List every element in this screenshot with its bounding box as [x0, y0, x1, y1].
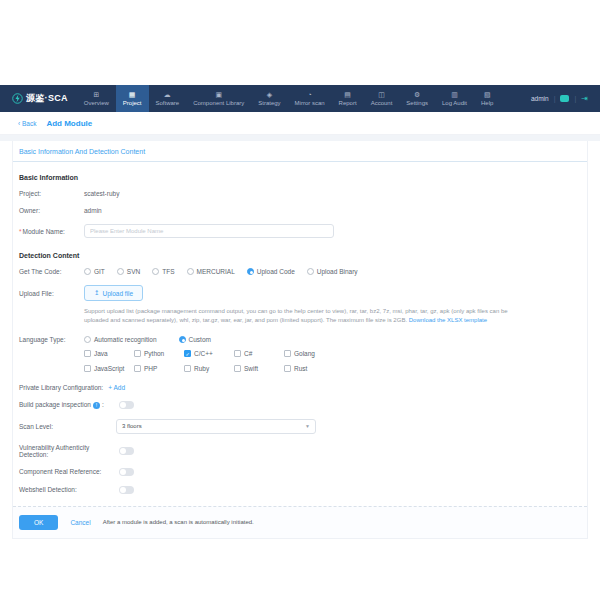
webshell-detection-label: Webshell Detection: [19, 486, 119, 493]
build-package-inspection-toggle[interactable] [119, 401, 134, 409]
module-name-input[interactable] [84, 224, 334, 238]
form-footer: OK Cancel After a module is added, a sca… [13, 506, 587, 538]
checkbox-javascript[interactable]: JavaScript [84, 365, 134, 372]
scan-level-select[interactable]: 3 floors ▼ [116, 419, 316, 434]
logout-icon[interactable]: ⇥ [581, 95, 588, 103]
checkbox-icon [134, 365, 141, 372]
strategy-icon: ◈ [267, 91, 272, 99]
radio-tfs[interactable]: TFS [152, 268, 174, 275]
main-nav: ⊞ Overview ▦ Project ☁ Software ▣ Compon… [77, 85, 501, 112]
language-checkbox-row-1: Java Python ✓C/C++ C# Golang [84, 350, 581, 357]
webshell-detection-toggle[interactable] [119, 486, 134, 494]
nav-item-strategy[interactable]: ◈ Strategy [251, 85, 287, 112]
nav-item-report[interactable]: ▤ Report [332, 85, 364, 112]
cancel-button[interactable]: Cancel [70, 519, 90, 526]
radio-icon [84, 336, 91, 343]
project-icon: ▦ [129, 91, 136, 99]
add-private-library-link[interactable]: + Add [108, 384, 125, 391]
checkbox-icon [284, 365, 291, 372]
radio-custom[interactable]: Custom [179, 336, 211, 343]
checkbox-icon [284, 350, 291, 357]
download-xlsx-template-link[interactable]: Download the XLSX template [409, 317, 487, 323]
checkbox-java[interactable]: Java [84, 350, 134, 357]
checkbox-icon: ✓ [184, 350, 191, 357]
scan-level-row: Scan Level: 3 floors ▼ [19, 419, 581, 434]
settings-icon: ⚙ [414, 91, 420, 99]
webshell-detection-row: Webshell Detection: [19, 486, 581, 494]
topbar-right: admin | | ⇥ [531, 85, 600, 112]
nav-item-account[interactable]: ◫ Account [364, 85, 400, 112]
get-the-code-row: Get The Code: GIT SVN TFS MERCURIAL Uplo… [19, 268, 581, 275]
radio-icon [247, 268, 254, 275]
checkbox-rust[interactable]: Rust [284, 365, 334, 372]
checkbox-golang[interactable]: Golang [284, 350, 334, 357]
checkbox-c-cpp[interactable]: ✓C/C++ [184, 350, 234, 357]
software-icon: ☁ [164, 91, 171, 99]
back-link[interactable]: ‹ Back [18, 120, 36, 127]
basic-information-heading: Basic Information [19, 174, 581, 181]
nav-item-mirror-scan[interactable]: ◔ Mirror scan [288, 85, 332, 112]
radio-icon [187, 268, 194, 275]
nav-item-settings[interactable]: ⚙ Settings [399, 85, 435, 112]
checkbox-icon [134, 350, 141, 357]
radio-upload-binary[interactable]: Upload Binary [307, 268, 358, 275]
checkbox-php[interactable]: PHP [134, 365, 184, 372]
app-logo: 源鉴·SCA [0, 85, 77, 112]
checkbox-ruby[interactable]: Ruby [184, 365, 234, 372]
project-row: Project: scatest-ruby [19, 190, 581, 197]
required-asterisk: * [19, 228, 22, 235]
radio-git[interactable]: GIT [84, 268, 105, 275]
radio-mercurial[interactable]: MERCURIAL [187, 268, 235, 275]
nav-item-project[interactable]: ▦ Project [116, 85, 149, 112]
scan-level-value: 3 floors [122, 423, 142, 429]
project-label: Project: [19, 190, 84, 197]
lightning-logo-icon [12, 93, 23, 104]
nav-item-log-audit[interactable]: ▥ Log Audit [435, 85, 474, 112]
upload-hint-text: Support upload list (package management … [84, 307, 529, 326]
module-name-row: *Module Name: [19, 224, 581, 238]
footer-note: After a module is added, a scan is autom… [103, 519, 254, 525]
checkbox-icon [234, 365, 241, 372]
chevron-down-icon: ▼ [305, 423, 310, 429]
vulnerability-authenticity-label: Vulnerability Authenticity Detection: [19, 444, 119, 458]
checkbox-icon [84, 365, 91, 372]
message-icon[interactable] [560, 95, 569, 102]
nav-item-help[interactable]: ▧ Help [474, 85, 500, 112]
radio-upload-code[interactable]: Upload Code [247, 268, 295, 275]
checkbox-python[interactable]: Python [134, 350, 184, 357]
checkbox-swift[interactable]: Swift [234, 365, 284, 372]
build-package-inspection-label: Build package inspection!: [19, 401, 119, 409]
language-type-row: Language Type: Automatic recognition Cus… [19, 336, 581, 343]
project-value: scatest-ruby [84, 190, 119, 197]
get-the-code-label: Get The Code: [19, 268, 84, 275]
component-real-reference-toggle[interactable] [119, 468, 134, 476]
ok-button[interactable]: OK [19, 515, 58, 530]
logo-text: 源鉴·SCA [26, 92, 68, 105]
radio-icon [84, 268, 91, 275]
card-section-title: Basic Information And Detection Content [13, 141, 587, 162]
add-module-form: Basic Information Project: scatest-ruby … [13, 162, 587, 494]
user-menu[interactable]: admin [531, 95, 549, 102]
checkbox-csharp[interactable]: C# [234, 350, 284, 357]
divider: | [574, 95, 576, 102]
nav-item-overview[interactable]: ⊞ Overview [77, 85, 116, 112]
vulnerability-authenticity-toggle[interactable] [119, 447, 134, 455]
upload-icon: ↥ [94, 289, 99, 297]
nav-item-component-library[interactable]: ▣ Component Library [186, 85, 251, 112]
module-name-label: *Module Name: [19, 228, 84, 235]
radio-icon [117, 268, 124, 275]
mirror-scan-icon: ◔ [307, 91, 311, 99]
radio-svn[interactable]: SVN [117, 268, 140, 275]
checkbox-icon [234, 350, 241, 357]
owner-label: Owner: [19, 207, 84, 214]
upload-file-button[interactable]: ↥ Upload file [84, 285, 143, 301]
nav-item-software[interactable]: ☁ Software [149, 85, 187, 112]
account-icon: ◫ [378, 91, 385, 99]
checkbox-icon [84, 350, 91, 357]
radio-automatic-recognition[interactable]: Automatic recognition [84, 336, 157, 343]
language-checkbox-row-2: JavaScript PHP Ruby Swift Rust [84, 365, 581, 372]
info-icon[interactable]: ! [93, 402, 100, 409]
component-real-reference-row: Component Real Reference: [19, 468, 581, 476]
build-package-inspection-row: Build package inspection!: [19, 401, 581, 409]
component-library-icon: ▣ [215, 91, 222, 99]
